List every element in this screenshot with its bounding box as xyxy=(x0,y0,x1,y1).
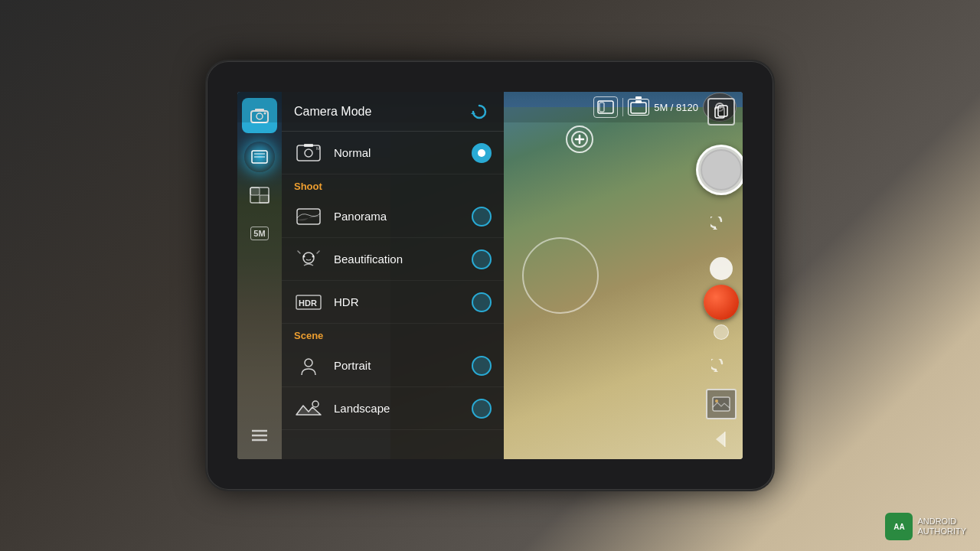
svg-rect-36 xyxy=(718,106,727,116)
storage-icon xyxy=(628,99,649,116)
hdr-toggle-btn[interactable] xyxy=(593,96,618,118)
shutter-inner xyxy=(701,149,742,191)
storage-info: 5M / 8120 xyxy=(654,102,698,113)
white-dot[interactable] xyxy=(710,257,733,280)
hdr-radio xyxy=(472,292,492,312)
landscape-label: Landscape xyxy=(334,402,461,415)
menu-item-beautification[interactable]: Beautification xyxy=(282,238,504,281)
undo-btn[interactable] xyxy=(707,355,735,383)
svg-point-27 xyxy=(312,255,315,257)
sidebar-btn-mode-select[interactable] xyxy=(242,139,277,174)
normal-label: Normal xyxy=(334,146,461,159)
svg-point-30 xyxy=(305,359,312,367)
watermark-text: ANDROID AUTHORITY xyxy=(917,517,966,536)
storage-text: 5M / 8120 xyxy=(654,102,698,113)
gallery-thumbnail[interactable] xyxy=(706,389,737,419)
svg-point-26 xyxy=(303,255,305,257)
svg-marker-41 xyxy=(716,432,725,447)
bottom-right-controls xyxy=(706,355,737,453)
portrait-label: Portrait xyxy=(334,359,461,372)
svg-rect-2 xyxy=(631,103,646,113)
tablet-device: 5M / 8120 xyxy=(207,61,773,490)
small-dot xyxy=(714,324,729,340)
panorama-radio xyxy=(472,207,492,227)
copy-btn[interactable] xyxy=(707,98,735,126)
camera-mode-menu: Camera Mode M xyxy=(282,92,504,459)
svg-point-21 xyxy=(305,149,312,157)
tablet-screen: 5M / 8120 xyxy=(237,92,743,459)
beautification-icon xyxy=(294,245,323,274)
svg-point-31 xyxy=(312,401,318,407)
normal-radio xyxy=(472,143,492,163)
left-arrow-btn[interactable] xyxy=(707,425,735,453)
menu-item-normal[interactable]: M Normal xyxy=(282,132,504,174)
menu-item-hdr[interactable]: HDR HDR xyxy=(282,281,504,324)
right-top-controls xyxy=(707,98,735,126)
portrait-icon xyxy=(294,351,323,380)
landscape-icon xyxy=(294,394,323,423)
shutter-btn[interactable] xyxy=(696,145,743,195)
zoom-add-btn[interactable] xyxy=(566,126,593,153)
svg-rect-14 xyxy=(250,187,260,195)
menu-title: Camera Mode xyxy=(294,105,371,119)
sidebar-btn-resolution[interactable]: 5M xyxy=(242,216,277,251)
beautification-radio xyxy=(472,249,492,269)
menu-item-portrait[interactable]: Portrait xyxy=(282,344,504,387)
right-controls xyxy=(700,92,743,459)
section-shoot-label: Shoot xyxy=(282,174,504,195)
watermark-logo: AA xyxy=(885,513,913,540)
panorama-icon xyxy=(294,202,323,231)
section-scene-label: Scene xyxy=(282,324,504,344)
menu-item-landscape[interactable]: Landscape xyxy=(282,387,504,430)
svg-point-25 xyxy=(303,253,314,263)
normal-icon: M xyxy=(294,139,323,168)
menu-back-btn[interactable] xyxy=(467,99,492,124)
focus-circle xyxy=(522,237,599,314)
panorama-label: Panorama xyxy=(334,210,461,223)
top-divider xyxy=(622,98,623,116)
svg-marker-19 xyxy=(471,112,475,114)
landscape-radio xyxy=(472,399,492,419)
sidebar-btn-more[interactable] xyxy=(242,418,277,453)
svg-rect-15 xyxy=(260,195,269,203)
record-area xyxy=(704,257,739,340)
menu-header: Camera Mode xyxy=(282,92,504,132)
menu-item-panorama[interactable]: Panorama xyxy=(282,195,504,238)
svg-point-40 xyxy=(715,399,718,403)
svg-rect-22 xyxy=(304,144,313,147)
back-btn[interactable] xyxy=(707,214,735,241)
watermark: AA ANDROID AUTHORITY xyxy=(885,513,966,540)
svg-text:M: M xyxy=(316,146,320,151)
svg-rect-3 xyxy=(635,100,642,103)
hdr-icon: HDR xyxy=(294,288,323,317)
beautification-label: Beautification xyxy=(334,253,461,266)
svg-text:HDR: HDR xyxy=(299,298,317,308)
portrait-radio xyxy=(472,356,492,376)
hdr-label: HDR xyxy=(334,295,461,308)
sidebar-btn-effects[interactable] xyxy=(242,178,277,213)
svg-rect-1 xyxy=(599,103,604,112)
record-btn[interactable] xyxy=(704,285,739,320)
left-sidebar: 5M xyxy=(237,92,282,459)
